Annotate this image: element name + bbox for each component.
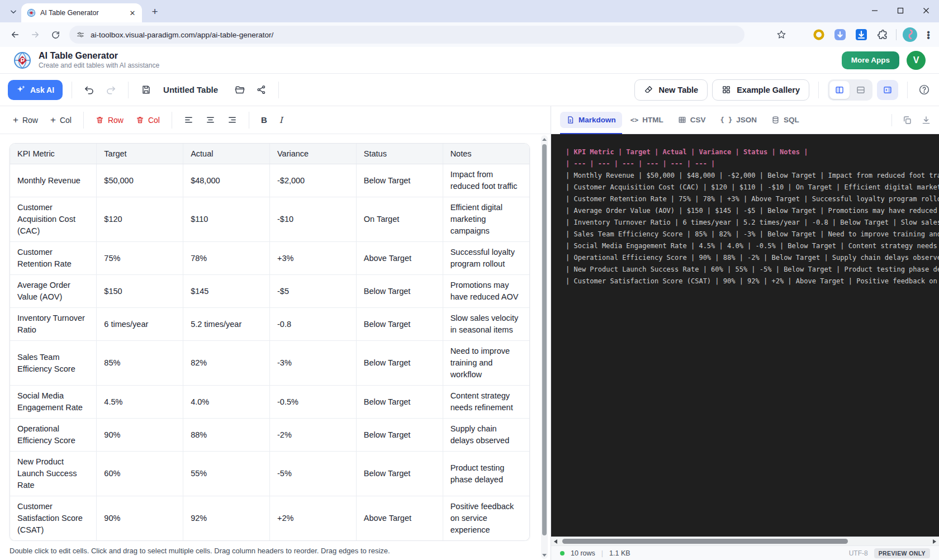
scroll-down-arrow[interactable] — [541, 551, 548, 559]
add-row-button[interactable]: + Row — [8, 111, 43, 129]
new-tab-button[interactable]: + — [148, 4, 162, 19]
table-cell[interactable]: Monthly Revenue — [10, 164, 97, 197]
extensions-puzzle-icon[interactable] — [875, 27, 890, 42]
table-cell[interactable]: Promotions may have reduced AOV — [443, 275, 529, 308]
back-button[interactable] — [6, 25, 25, 44]
table-cell[interactable]: Product testing phase delayed — [443, 452, 529, 496]
table-cell[interactable]: Operational Efficiency Score — [10, 419, 97, 452]
align-right-button[interactable] — [222, 112, 242, 128]
delete-row-button[interactable]: Row — [91, 112, 129, 128]
code-preview[interactable]: | KPI Metric | Target | Actual | Varianc… — [551, 134, 939, 537]
table-cell[interactable]: Below Target — [356, 164, 443, 197]
add-column-button[interactable]: + Col — [45, 111, 77, 129]
table-cell[interactable]: -2% — [269, 419, 356, 452]
table-cell[interactable]: Inventory Turnover Ratio — [10, 308, 97, 341]
split-vertical-toggle[interactable] — [829, 81, 850, 99]
browser-profile-avatar[interactable] — [902, 27, 918, 42]
horizontal-scrollbar[interactable] — [551, 537, 939, 545]
table-cell[interactable]: 90% — [97, 419, 183, 452]
scroll-left-arrow[interactable] — [554, 539, 557, 544]
table-cell[interactable]: $48,000 — [183, 164, 270, 197]
table-cell[interactable]: 82% — [183, 341, 270, 386]
table-cell[interactable]: Below Target — [356, 308, 443, 341]
column-header-target[interactable]: Target — [97, 144, 183, 164]
forward-button[interactable] — [26, 25, 45, 44]
column-header-actual[interactable]: Actual — [183, 144, 270, 164]
table-cell[interactable]: Below Target — [356, 452, 443, 496]
table-cell[interactable]: $50,000 — [97, 164, 183, 197]
address-bar[interactable]: ai-toolbox.visual-paradigm.com/app/ai-ta… — [69, 26, 744, 44]
toggle-right-panel-button[interactable] — [877, 80, 898, 100]
scroll-up-arrow[interactable] — [541, 135, 548, 143]
table-cell[interactable]: Average Order Value (AOV) — [10, 275, 97, 308]
extension-download-icon[interactable] — [853, 27, 869, 42]
table-cell[interactable]: Customer Retention Rate — [10, 242, 97, 275]
table-cell[interactable]: Social Media Engagement Rate — [10, 386, 97, 419]
table-cell[interactable]: 90% — [97, 496, 183, 541]
table-cell[interactable]: Efficient digital marketing campaigns — [443, 197, 529, 242]
window-close-button[interactable] — [913, 0, 939, 21]
table-cell[interactable]: 60% — [97, 452, 183, 496]
tab-sql[interactable]: SQL — [764, 106, 807, 134]
table-cell[interactable]: Positive feedback on service experience — [443, 496, 529, 541]
align-center-button[interactable] — [201, 112, 220, 128]
share-icon[interactable] — [253, 82, 269, 98]
browser-tab[interactable]: AI Table Generator ✕ — [21, 3, 142, 22]
table-cell[interactable]: Customer Satisfaction Score (CSAT) — [10, 496, 97, 541]
italic-button[interactable]: I — [274, 112, 288, 129]
table-cell[interactable]: Below Target — [356, 419, 443, 452]
extension-ring-icon[interactable] — [811, 27, 827, 42]
scroll-right-arrow[interactable] — [933, 539, 936, 544]
table-cell[interactable]: -0.5% — [269, 386, 356, 419]
bold-button[interactable]: B — [256, 112, 272, 128]
window-minimize-button[interactable] — [862, 0, 888, 21]
table-cell[interactable]: 85% — [97, 341, 183, 386]
table-cell[interactable]: -$10 — [269, 197, 356, 242]
table-cell[interactable]: $120 — [97, 197, 183, 242]
table-cell[interactable]: +2% — [269, 496, 356, 541]
table-cell[interactable]: 78% — [183, 242, 270, 275]
table-cell[interactable]: $145 — [183, 275, 270, 308]
redo-button[interactable] — [102, 82, 119, 98]
tab-close-icon[interactable]: ✕ — [127, 8, 137, 18]
table-cell[interactable]: 55% — [183, 452, 270, 496]
table-cell[interactable]: -5% — [269, 452, 356, 496]
tab-search-chevron-icon[interactable] — [7, 5, 20, 18]
site-settings-icon[interactable] — [76, 30, 85, 39]
copy-icon[interactable] — [902, 115, 912, 125]
column-header-variance[interactable]: Variance — [269, 144, 356, 164]
tab-json[interactable]: { } JSON — [713, 106, 763, 134]
table-cell[interactable]: New Product Launch Success Rate — [10, 452, 97, 496]
window-maximize-button[interactable] — [888, 0, 913, 21]
vertical-scrollbar[interactable] — [541, 135, 548, 559]
table-cell[interactable]: Supply chain delays observed — [443, 419, 529, 452]
extension-arrow-icon[interactable] — [832, 27, 848, 42]
column-header-status[interactable]: Status — [356, 144, 443, 164]
new-table-button[interactable]: New Table — [634, 79, 708, 101]
table-cell[interactable]: Below Target — [356, 341, 443, 386]
align-left-button[interactable] — [179, 112, 198, 128]
table-cell[interactable]: Above Target — [356, 242, 443, 275]
table-cell[interactable]: 6 times/year — [97, 308, 183, 341]
tab-csv[interactable]: CSV — [671, 106, 713, 134]
example-gallery-button[interactable]: Example Gallery — [712, 79, 809, 101]
table-cell[interactable]: 92% — [183, 496, 270, 541]
delete-column-button[interactable]: Col — [131, 112, 165, 128]
table-cell[interactable]: -$5 — [269, 275, 356, 308]
help-icon[interactable] — [917, 83, 931, 97]
table-cell[interactable]: $110 — [183, 197, 270, 242]
table-cell[interactable]: -$2,000 — [269, 164, 356, 197]
table-cell[interactable]: Need to improve training and workflow — [443, 341, 529, 386]
table-cell[interactable]: Impact from reduced foot traffic — [443, 164, 529, 197]
table-cell[interactable]: 4.5% — [97, 386, 183, 419]
table-cell[interactable]: Below Target — [356, 275, 443, 308]
table-cell[interactable]: On Target — [356, 197, 443, 242]
table-cell[interactable]: -0.8 — [269, 308, 356, 341]
column-header-notes[interactable]: Notes — [443, 144, 529, 164]
table-cell[interactable]: Sales Team Efficiency Score — [10, 341, 97, 386]
scrollbar-thumb[interactable] — [542, 144, 547, 535]
table-cell[interactable]: Content strategy needs refinement — [443, 386, 529, 419]
more-apps-button[interactable]: More Apps — [842, 51, 899, 69]
bookmark-star-icon[interactable] — [772, 26, 790, 44]
user-avatar[interactable]: V — [907, 51, 926, 70]
